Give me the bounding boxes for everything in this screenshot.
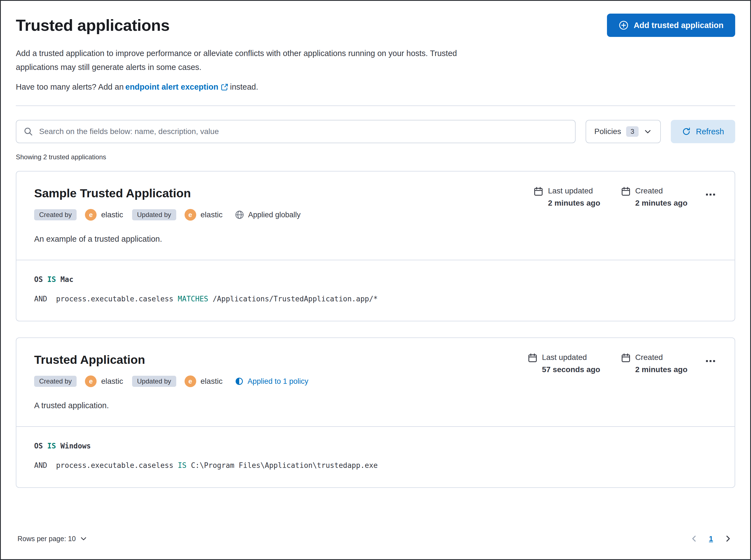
actions-menu-button[interactable] [704, 353, 717, 369]
card-badges: Created by e elastic Updated by e elasti… [34, 209, 300, 221]
applied-policy-link[interactable]: Applied to 1 policy [235, 377, 308, 386]
last-updated-group: Last updated 2 minutes ago [533, 186, 600, 207]
results-count: Showing 2 trusted applications [16, 153, 735, 161]
alerts-hint-prefix: Have too many alerts? Add an [16, 82, 124, 92]
created-value: 2 minutes ago [635, 199, 688, 207]
next-page-button[interactable] [723, 533, 733, 544]
page-header: Trusted applications Add trusted applica… [16, 14, 735, 37]
last-updated-value: 2 minutes ago [548, 199, 600, 207]
card-meta: Last updated 57 seconds ago Created 2 mi… [528, 353, 717, 374]
refresh-icon [682, 127, 691, 136]
last-updated-value: 57 seconds ago [542, 365, 600, 374]
boxes-horizontal-icon [705, 189, 716, 200]
last-updated-label: Last updated [542, 353, 600, 362]
updated-by-user: elastic [201, 377, 222, 386]
chevron-right-icon [724, 534, 732, 543]
condition-line: OSISWindows [34, 440, 717, 452]
created-by-badge: Created by [34, 209, 77, 220]
card-title: Trusted Application [34, 353, 308, 366]
previous-page-button[interactable] [689, 533, 700, 544]
calendar-icon [621, 186, 631, 197]
condition-block: OSISMac ANDprocess.executable.caselessMA… [16, 260, 735, 321]
policies-filter-label: Policies [594, 127, 621, 136]
created-label: Created [635, 353, 688, 362]
created-by-badge: Created by [34, 376, 77, 387]
trusted-app-card: Trusted Application Created by e elastic… [16, 337, 735, 488]
last-updated-label: Last updated [548, 186, 600, 195]
condition-line: ANDprocess.executable.caselessISC:\Progr… [34, 460, 717, 471]
pagination: 1 [689, 533, 733, 544]
avatar: e [184, 376, 196, 387]
card-meta: Last updated 2 minutes ago Created 2 min… [533, 186, 717, 207]
avatar: e [85, 376, 97, 387]
alerts-hint: Have too many alerts? Add an endpoint al… [16, 82, 735, 92]
alerts-hint-suffix: instead. [230, 82, 258, 92]
chevron-down-icon [80, 535, 87, 542]
calendar-icon [528, 353, 538, 363]
page-description: Add a trusted application to improve per… [16, 46, 471, 74]
condition-line: OSISMac [34, 274, 717, 285]
calendar-icon [533, 186, 544, 197]
created-value: 2 minutes ago [635, 365, 688, 374]
trusted-app-card: Sample Trusted Application Created by e … [16, 171, 735, 321]
avatar: e [184, 209, 196, 221]
card-badges: Created by e elastic Updated by e elasti… [34, 376, 308, 387]
endpoint-alert-exception-link[interactable]: endpoint alert exception [125, 82, 229, 92]
updated-by-user: elastic [201, 211, 222, 219]
table-footer: Rows per page: 10 1 [16, 522, 735, 547]
created-label: Created [635, 186, 688, 195]
partial-circle-icon [235, 377, 244, 386]
last-updated-group: Last updated 57 seconds ago [528, 353, 600, 374]
policies-count-badge: 3 [626, 126, 638, 137]
created-by-user: elastic [101, 211, 123, 219]
toolbar: Policies 3 Refresh [16, 120, 735, 143]
calendar-icon [621, 353, 631, 363]
created-group: Created 2 minutes ago [621, 186, 688, 207]
refresh-label: Refresh [696, 127, 724, 136]
actions-menu-button[interactable] [704, 186, 717, 203]
plus-circle-icon [619, 20, 629, 30]
chevron-left-icon [690, 534, 698, 543]
globe-icon [235, 210, 244, 220]
condition-block: OSISWindows ANDprocess.executable.casele… [16, 426, 735, 487]
add-trusted-application-button[interactable]: Add trusted application [607, 14, 735, 37]
search-box [16, 120, 576, 143]
updated-by-badge: Updated by [132, 209, 176, 220]
card-title: Sample Trusted Application [34, 186, 300, 200]
created-group: Created 2 minutes ago [621, 353, 688, 374]
card-description: An example of a trusted application. [34, 235, 300, 244]
trusted-applications-page: Trusted applications Add trusted applica… [0, 0, 751, 560]
chevron-down-icon [644, 127, 652, 136]
created-by-user: elastic [101, 377, 123, 386]
refresh-button[interactable]: Refresh [671, 120, 735, 143]
search-input[interactable] [39, 127, 568, 136]
search-icon [24, 127, 33, 136]
rows-per-page-button[interactable]: Rows per page: 10 [18, 535, 87, 543]
page-number-1[interactable]: 1 [709, 535, 713, 543]
external-link-icon [221, 83, 229, 91]
updated-by-badge: Updated by [132, 376, 176, 387]
applied-globally-label: Applied globally [235, 210, 300, 220]
add-trusted-application-label: Add trusted application [634, 21, 724, 30]
card-description: A trusted application. [34, 401, 308, 410]
boxes-horizontal-icon [705, 356, 716, 366]
condition-line: ANDprocess.executable.caselessMATCHES/Ap… [34, 293, 717, 305]
avatar: e [85, 209, 97, 221]
header-divider [16, 105, 735, 106]
page-title: Trusted applications [16, 16, 170, 35]
policies-filter-button[interactable]: Policies 3 [586, 120, 661, 143]
